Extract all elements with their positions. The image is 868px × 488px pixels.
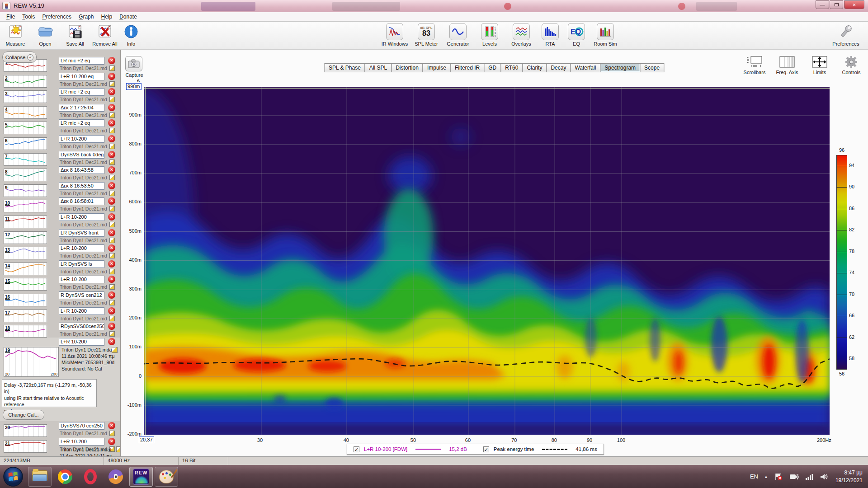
cursor-time-readout[interactable]: 998m: [126, 83, 142, 90]
measurement-thumbnail[interactable]: 12: [4, 231, 47, 244]
delete-measurement-button[interactable]: ×: [108, 119, 115, 127]
spl-meter-button[interactable]: dB SPL 83 SPL Meter: [414, 23, 439, 47]
edit-notes-icon[interactable]: [109, 128, 115, 133]
measurement-thumbnail[interactable]: 13: [4, 247, 47, 259]
measurement-name-field[interactable]: LR mic +2 eq: [59, 88, 104, 96]
measurement-thumbnail[interactable]: 5: [4, 122, 47, 134]
measurement-thumbnail[interactable]: 7: [4, 153, 47, 166]
tab-filtered-ir[interactable]: Filtered IR: [450, 63, 484, 72]
menu-donate[interactable]: Donate: [116, 13, 141, 21]
capture-button[interactable]: [125, 56, 142, 71]
edit-notes-icon[interactable]: [109, 144, 115, 149]
measurement-thumbnail[interactable]: 2: [4, 75, 47, 88]
start-button[interactable]: [3, 466, 24, 487]
delete-measurement-button[interactable]: ×: [108, 213, 115, 221]
selected-measurement-block[interactable]: L+R 10-200 × 19 20 200 Triton Dyn1 Dec21…: [0, 338, 121, 421]
hidden-icons-button[interactable]: ▲: [764, 474, 768, 479]
series1-checkbox[interactable]: ✓: [354, 446, 359, 452]
measurement-name-field[interactable]: R DynSVS cen212: [59, 291, 104, 299]
measurement-name-field[interactable]: Δεκ 8 16:53:50: [59, 182, 104, 190]
measurement-name-field[interactable]: L+R 10-200: [59, 276, 104, 283]
measurement-thumbnail[interactable]: 16: [4, 294, 47, 306]
tab-all-spl[interactable]: All SPL: [365, 63, 392, 72]
tab-distortion[interactable]: Distortion: [391, 63, 423, 72]
measurement-thumbnail[interactable]: 8: [4, 169, 47, 181]
measurement-name-field[interactable]: L+R 10-200: [59, 213, 104, 221]
tab-waterfall[interactable]: Waterfall: [570, 63, 600, 72]
edit-notes-icon[interactable]: [116, 446, 121, 452]
cursor-frequency-readout[interactable]: 20,37: [139, 436, 154, 443]
edit-notes-icon[interactable]: [109, 175, 115, 180]
measurement-name-field[interactable]: LR DynSVS ls: [59, 260, 104, 268]
delete-measurement-button[interactable]: ×: [108, 260, 115, 267]
maximize-button[interactable]: [830, 0, 843, 9]
scrollbars-button[interactable]: Scrollbars: [741, 55, 768, 75]
edit-notes-icon[interactable]: [109, 66, 115, 71]
measurement-name-field[interactable]: DynSVS back 0deg: [59, 151, 104, 159]
action-center-icon[interactable]: [774, 473, 783, 481]
measurement-name-field[interactable]: LR mic +2 eq: [59, 57, 104, 65]
delete-measurement-button[interactable]: ×: [108, 438, 115, 445]
power-icon[interactable]: [789, 473, 799, 481]
edit-notes-icon[interactable]: [109, 253, 115, 258]
measure-button[interactable]: Measure: [3, 23, 28, 47]
volume-icon[interactable]: [820, 473, 830, 481]
tab-clarity[interactable]: Clarity: [522, 63, 547, 72]
overlays-button[interactable]: Overlays: [509, 23, 534, 47]
edit-notes-icon[interactable]: [109, 269, 115, 274]
spectrogram-plot[interactable]: [144, 87, 829, 434]
edit-notes-icon[interactable]: [109, 81, 115, 87]
delete-measurement-button[interactable]: ×: [108, 276, 115, 283]
info-button[interactable]: Info: [122, 23, 140, 47]
series2-checkbox[interactable]: ✓: [483, 446, 489, 452]
network-icon[interactable]: [805, 473, 814, 481]
measurement-name-field[interactable]: L+R 10-200: [59, 438, 104, 446]
delete-measurement-button[interactable]: ×: [108, 229, 115, 236]
delete-measurement-button[interactable]: ×: [108, 166, 115, 174]
measurement-name-field[interactable]: Δεκ 2 17:25:04: [59, 104, 104, 112]
delete-measurement-button[interactable]: ×: [108, 182, 115, 189]
measurement-name-field[interactable]: L+R 10-200: [59, 338, 104, 346]
edit-notes-icon[interactable]: [109, 238, 115, 243]
rta-button[interactable]: RTA: [540, 23, 560, 47]
measurement-thumbnail[interactable]: 6: [4, 137, 47, 150]
edit-notes-icon[interactable]: [109, 284, 115, 290]
generator-button[interactable]: Generator: [445, 23, 471, 47]
edit-notes-icon[interactable]: [109, 160, 115, 165]
measurement-name-field[interactable]: LR mic +2 eq: [59, 119, 104, 127]
edit-notes-icon[interactable]: [109, 300, 115, 305]
measurement-name-field[interactable]: LR DynSVS front: [59, 229, 104, 237]
edit-notes-icon[interactable]: [109, 431, 115, 436]
change-cal-button[interactable]: Change Cal...: [3, 410, 44, 420]
tab-decay[interactable]: Decay: [546, 63, 571, 72]
taskbar-opera-button[interactable]: [79, 467, 102, 487]
close-button[interactable]: ×: [844, 0, 864, 9]
preferences-button[interactable]: Preferences: [830, 23, 862, 47]
delete-measurement-button[interactable]: ×: [108, 291, 115, 299]
measurement-name-field[interactable]: Δεκ 8 16:58:01: [59, 197, 104, 205]
remove-all-button[interactable]: Remove All: [92, 23, 118, 47]
menu-file[interactable]: File: [3, 13, 19, 21]
minimize-button[interactable]: —: [816, 0, 829, 9]
measurement-thumbnail[interactable]: 20: [4, 424, 47, 437]
save-all-button[interactable]: Save All: [62, 23, 88, 47]
delete-measurement-button[interactable]: ×: [108, 135, 115, 142]
measurement-name-field[interactable]: RDynSVS80cen250: [59, 323, 104, 330]
ir-windows-button[interactable]: IR Windows: [382, 23, 407, 47]
tab-rt60[interactable]: RT60: [500, 63, 523, 72]
tab-spectrogram[interactable]: Spectrogram: [600, 63, 640, 72]
eq-button[interactable]: EQ EQ: [566, 23, 586, 47]
edit-notes-icon[interactable]: [109, 331, 115, 337]
controls-button[interactable]: Controls: [839, 55, 863, 75]
limits-button[interactable]: Limits: [807, 55, 833, 75]
taskbar-explorer-button[interactable]: [28, 467, 52, 487]
delete-measurement-button[interactable]: ×: [108, 197, 115, 205]
measurement-thumbnail[interactable]: 3: [4, 90, 47, 103]
delete-measurement-button[interactable]: ×: [108, 338, 115, 345]
delete-measurement-button[interactable]: ×: [108, 73, 115, 80]
edit-notes-icon[interactable]: [109, 97, 115, 102]
freq-axis-button[interactable]: Freq. Axis: [774, 55, 800, 75]
measurement-thumbnail[interactable]: 17: [4, 310, 47, 322]
measurement-name-field[interactable]: DynSVS70 cen250: [59, 422, 104, 430]
open-button[interactable]: Open: [33, 23, 58, 47]
